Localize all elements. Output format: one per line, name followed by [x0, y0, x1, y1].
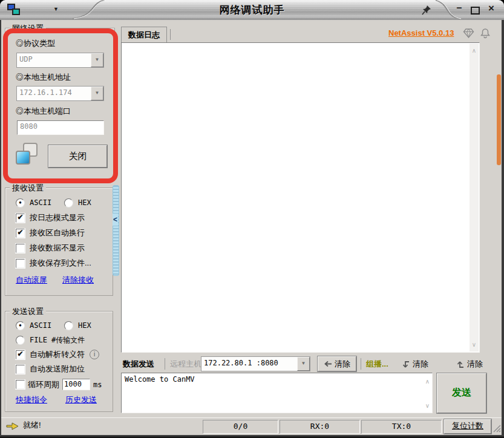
bell-icon[interactable] [480, 28, 491, 39]
scroll-up-icon[interactable]: ∧ [425, 378, 430, 385]
app-window: ▼ 网络调试助手 – × 网络设置 ◎协议类型 UDP ▼ ◎本地主机地址 17… [0, 0, 504, 438]
receive-settings-title: 接收设置 [10, 183, 46, 192]
recv-checkbox-save-file[interactable]: 接收保存到文件... [16, 258, 91, 268]
clear-receive-area-button[interactable]: 清除 [455, 358, 483, 371]
checkbox-icon[interactable]: ✔ [16, 350, 25, 359]
local-host-port-input[interactable]: 8080 [17, 120, 104, 135]
down-arrow-icon [401, 360, 410, 369]
toolbar-divider [361, 358, 361, 370]
dropdown-arrow-icon[interactable]: ▼ [91, 87, 103, 100]
recv-checkbox-hide-data[interactable]: 接收数据不显示 [16, 243, 85, 253]
remote-host-select[interactable]: 172.22.80.1 :8080 ▼ [201, 357, 310, 371]
status-count-panel: 0/0 [203, 420, 278, 434]
scroll-up-icon[interactable]: ∧ [470, 47, 479, 54]
data-log-area[interactable]: ∧ ∨ [121, 42, 480, 353]
recv-checkbox-logmode[interactable]: ✔ 按日志模式显示 [16, 213, 85, 223]
panel-splitter[interactable]: < [113, 185, 119, 276]
maximize-icon [471, 7, 480, 15]
left-arrow-icon [324, 361, 332, 367]
local-host-address-select[interactable]: 172.16.1.174 ▼ [17, 87, 103, 100]
frame-left [0, 20, 1, 436]
resize-grip[interactable] [493, 424, 502, 433]
local-host-address-label: ◎本地主机地址 [16, 73, 71, 82]
checkbox-icon[interactable] [16, 244, 25, 253]
local-host-port-label: ◎本地主机端口 [16, 106, 71, 116]
checkbox-icon[interactable] [16, 365, 25, 374]
netassist-version-link[interactable]: NetAssist V5.0.13 [388, 28, 454, 38]
send-checkbox-escape[interactable]: ✔ 自动解析转义符 i [16, 350, 99, 359]
scroll-down-icon[interactable]: ∨ [425, 402, 430, 409]
clear-send-area-button[interactable]: 清除 [401, 358, 428, 371]
shortcut-commands-link[interactable]: 快捷指令 [16, 394, 47, 405]
send-settings-title: 发送设置 [10, 307, 46, 316]
protocol-type-select[interactable]: UDP ▼ [17, 53, 103, 67]
remote-host-value: 172.22.80.1 :8080 [201, 357, 297, 371]
protocol-type-label: ◎协议类型 [16, 39, 55, 48]
send-button[interactable]: 发送 [437, 373, 486, 413]
radio-icon[interactable]: ● [16, 198, 25, 208]
status-rx-panel: RX:0 [280, 420, 360, 434]
send-checkbox-appendbits[interactable]: 自动发送附加位 [16, 364, 85, 374]
reset-count-button[interactable]: 复位计数 [444, 419, 491, 434]
scroll-down-icon[interactable]: ∨ [470, 341, 479, 348]
send-textarea[interactable]: Welcome to CanMV ∧ ∨ [121, 373, 433, 413]
radio-icon[interactable]: ● [16, 321, 25, 330]
remote-host-label: 远程主机 [170, 358, 201, 371]
multicast-button[interactable]: 组播... [366, 358, 388, 371]
send-file-radio[interactable]: FILE #传输文件 [16, 335, 85, 345]
radio-icon[interactable] [16, 336, 25, 345]
history-send-link[interactable]: 历史发送 [65, 394, 97, 405]
title-bar[interactable]: ▼ 网络调试助手 – × [0, 0, 504, 21]
clear-log-button[interactable]: 清除 [318, 356, 356, 371]
radio-icon[interactable] [64, 198, 73, 208]
frame-right [502, 20, 504, 436]
log-scrollbar[interactable]: ∧ ∨ [470, 44, 479, 351]
pointing-hand-icon [6, 422, 20, 431]
send-message-text: Welcome to CanMV [125, 375, 195, 384]
tab-divider [170, 29, 171, 40]
send-ascii-radio[interactable]: ● ASCII [16, 321, 51, 330]
local-host-address-value: 172.16.1.174 [17, 87, 91, 100]
info-icon[interactable]: i [90, 350, 99, 359]
autoscroll-link[interactable]: 自动滚屏 [16, 275, 47, 286]
maximize-button[interactable] [468, 2, 482, 16]
close-connection-button[interactable]: 关闭 [48, 145, 107, 168]
checkbox-icon[interactable]: ✔ [16, 214, 25, 223]
recv-ascii-radio[interactable]: ● ASCII [16, 198, 51, 208]
tab-data-send[interactable]: 数据发送 [123, 358, 154, 371]
frame-bottom [0, 435, 504, 438]
network-settings-title: 网络设置 [10, 24, 46, 33]
minimize-button[interactable]: – [453, 2, 466, 16]
loop-period-unit: ms [93, 380, 102, 390]
checkbox-icon[interactable]: ✔ [16, 229, 25, 238]
send-hex-radio[interactable]: HEX [64, 321, 91, 330]
up-arrow-icon [455, 360, 465, 369]
loop-period-input[interactable]: 1000 [62, 379, 90, 390]
recv-hex-radio[interactable]: HEX [64, 198, 91, 208]
status-ready-text: 就绪! [23, 420, 41, 430]
collapse-arrow-icon[interactable]: < [113, 214, 118, 226]
status-tx-panel: TX:0 [361, 420, 442, 434]
tab-data-log[interactable]: 数据日志 [121, 27, 167, 43]
clear-receive-link[interactable]: 清除接收 [62, 275, 94, 286]
checkbox-icon[interactable] [16, 380, 25, 389]
gem-icon[interactable] [463, 28, 474, 39]
frame-accent-strip [497, 74, 501, 165]
toolbar-divider [165, 358, 165, 370]
recv-checkbox-wordwrap[interactable]: ✔ 接收区自动换行 [16, 228, 85, 238]
radio-icon[interactable] [64, 321, 73, 330]
protocol-type-value: UDP [17, 53, 91, 67]
send-checkbox-loop[interactable]: 循环周期 1000 ms [16, 379, 102, 390]
statusbar-divider [1, 417, 502, 418]
pin-icon[interactable] [422, 4, 433, 16]
dropdown-arrow-icon[interactable]: ▼ [91, 53, 103, 67]
close-button[interactable]: × [484, 2, 499, 16]
connection-state-icon[interactable] [16, 143, 40, 167]
checkbox-icon[interactable] [16, 259, 25, 268]
dropdown-arrow-icon[interactable]: ▼ [297, 357, 310, 371]
